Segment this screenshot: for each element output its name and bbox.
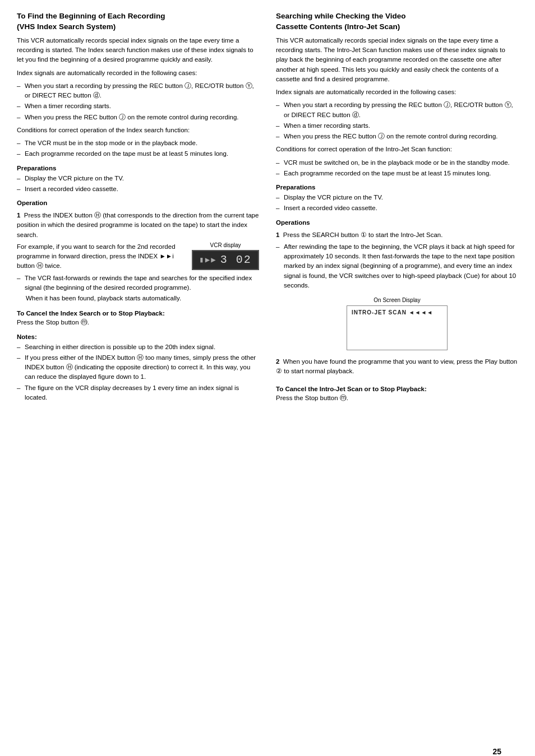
left-operation-title: Operation [17, 200, 259, 206]
left-operation-block: 1 Press the INDEX button Ⓗ (that corresp… [17, 211, 259, 303]
right-cancel-section: To Cancel the Intro-Jet Scan or to Stop … [276, 386, 518, 403]
left-when-label: Index signals are automatically recorded… [17, 68, 259, 78]
page-container: To Find the Beginning of Each Recording … [17, 11, 518, 406]
list-item: When a timer recording starts. [17, 101, 259, 111]
list-item: If you press either of the INDEX button … [17, 353, 259, 382]
cancel-title: To Cancel the Index Search or to Stop Pl… [17, 310, 259, 317]
list-item: Each programme recorded on the tape must… [276, 169, 518, 178]
right-step2-line: 2 When you have found the programme that… [276, 357, 518, 377]
right-step1-line: 1 Press the SEARCH button ① to start the… [276, 230, 518, 240]
right-step1-num: 1 [276, 231, 279, 238]
step1-sub: The VCR fast-forwards or rewinds the tap… [17, 273, 259, 293]
vcr-display-area: VCR display ▮▶▶ 3 02 [192, 242, 259, 271]
left-preparations-title: Preparations [17, 165, 259, 171]
right-when-list: When you start a recording by pressing t… [276, 100, 518, 141]
step1-sub2: When it has been found, playback starts … [17, 294, 259, 303]
vcr-num-1: 3 [220, 253, 228, 266]
right-step2-text: When you have found the programme that y… [276, 358, 517, 374]
right-cancel-text: Press the Stop button ⓜ. [276, 393, 518, 403]
right-title: Searching while Checking the Video Casse… [276, 11, 518, 33]
step1-line: 1 Press the INDEX button Ⓗ (that corresp… [17, 211, 259, 240]
right-step2-num: 2 [276, 358, 279, 365]
step1-example: For example, if you want to search for t… [17, 242, 185, 271]
vcr-num-2: 02 [236, 253, 252, 266]
osd-text: INTRO-JET SCAN ◄◄◄◄ [352, 309, 433, 316]
list-item: Insert a recorded video cassette. [17, 184, 259, 194]
list-item: When you start a recording by pressing t… [17, 81, 259, 101]
vcr-label: VCR display [210, 242, 241, 248]
right-conditions-intro: Conditions for correct operation of the … [276, 145, 518, 154]
list-item: The figure on the VCR display decreases … [17, 383, 259, 403]
right-when-label: Index signals are automatically recorded… [276, 87, 518, 97]
list-item: When a timer recording starts. [276, 121, 518, 131]
list-item: When you press the REC button Ⓙ on the r… [17, 113, 259, 122]
vcr-display-inner: ▮▶▶ 3 02 [199, 253, 251, 266]
right-step1-sub: After rewinding the tape to the beginnin… [276, 242, 518, 290]
left-intro: This VCR automatically records special i… [17, 36, 259, 65]
right-conditions-list: VCR must be switched on, be in the playb… [276, 158, 518, 179]
vcr-display: ▮▶▶ 3 02 [192, 250, 259, 270]
left-when-list: When you start a recording by pressing t… [17, 81, 259, 122]
page-wrapper: To Find the Beginning of Each Recording … [17, 11, 518, 756]
right-operation-block: 1 Press the SEARCH button ① to start the… [276, 230, 518, 291]
right-column: Searching while Checking the Video Casse… [276, 11, 518, 406]
list-item: VCR must be switched on, be in the playb… [276, 158, 518, 168]
list-item: Searching in either direction is possibl… [17, 342, 259, 352]
step1-with-image: For example, if you want to search for t… [17, 242, 259, 271]
list-item: Display the VCR picture on the TV. [17, 174, 259, 183]
page-number: 25 [492, 747, 501, 756]
list-item: Insert a recorded video cassette. [276, 203, 518, 213]
cancel-section: To Cancel the Index Search or to Stop Pl… [17, 310, 259, 327]
step1-text: Press the INDEX button Ⓗ (that correspon… [17, 212, 259, 238]
list-item: When you press the REC button Ⓙ on the r… [276, 132, 518, 141]
left-conditions-list: The VCR must be in the stop mode or in t… [17, 138, 259, 159]
left-preparations-list: Display the VCR picture on the TV. Inser… [17, 174, 259, 194]
right-operations-title: Operations [276, 219, 518, 226]
right-preparations-list: Display the VCR picture on the TV. Inser… [276, 193, 518, 214]
right-step2-block: 2 When you have found the programme that… [276, 357, 518, 377]
notes-list: Searching in either direction is possibl… [17, 342, 259, 403]
osd-label: On Screen Display [373, 297, 420, 303]
step1-num: 1 [17, 212, 20, 219]
right-intro: This VCR automatically records special i… [276, 36, 518, 84]
notes-block: Notes: Searching in either direction is … [17, 333, 259, 403]
list-item: Display the VCR picture on the TV. [276, 193, 518, 202]
osd-box: INTRO-JET SCAN ◄◄◄◄ [347, 305, 448, 350]
cancel-text: Press the Stop button ⓜ. [17, 318, 259, 327]
list-item: When you start a recording by pressing t… [276, 100, 518, 120]
left-title: To Find the Beginning of Each Recording … [17, 11, 259, 33]
left-conditions-intro: Conditions for correct operation of the … [17, 126, 259, 135]
vcr-icon: ▮▶▶ [199, 255, 216, 265]
osd-area: On Screen Display INTRO-JET SCAN ◄◄◄◄ [276, 297, 518, 350]
notes-title: Notes: [17, 333, 259, 340]
right-cancel-title: To Cancel the Intro-Jet Scan or to Stop … [276, 386, 518, 392]
list-item: Each programme recorded on the tape must… [17, 149, 259, 159]
right-step1-text: Press the SEARCH button ① to start the I… [283, 231, 443, 238]
left-column: To Find the Beginning of Each Recording … [17, 11, 259, 406]
list-item: The VCR must be in the stop mode or in t… [17, 138, 259, 148]
right-preparations-title: Preparations [276, 184, 518, 191]
